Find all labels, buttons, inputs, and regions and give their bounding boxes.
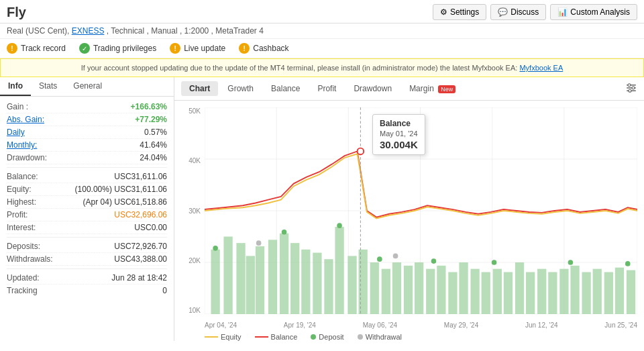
svg-rect-21 xyxy=(246,256,255,314)
withdrawals-value: USC43,388.00 xyxy=(114,254,167,264)
svg-rect-31 xyxy=(359,250,368,314)
svg-point-64 xyxy=(256,240,262,246)
tab-chart[interactable]: Chart xyxy=(181,81,218,96)
svg-rect-24 xyxy=(280,234,288,314)
chart-tooltip: Balance May 01, '24 30.004K xyxy=(372,114,425,155)
interest-row: Interest: USC0.00 xyxy=(7,221,167,234)
chart-icon: 📊 xyxy=(557,7,568,17)
monthly-row: Monthly: 41.64% xyxy=(7,139,167,152)
svg-rect-39 xyxy=(448,272,457,314)
y-label-10k: 10K xyxy=(189,307,201,314)
x-label-3: May 06, '24 xyxy=(363,321,397,329)
subtitle: Real (USC Cent), EXNESS , Technical , Ma… xyxy=(0,23,644,39)
custom-analysis-button[interactable]: 📊 Custom Analysis xyxy=(550,4,637,20)
svg-rect-26 xyxy=(301,250,310,314)
divider-1 xyxy=(7,167,167,168)
tracking-value: 0 xyxy=(162,286,167,295)
x-label-1: Apr 04, '24 xyxy=(205,321,237,329)
svg-rect-48 xyxy=(548,272,557,314)
svg-point-5 xyxy=(629,89,631,92)
svg-rect-44 xyxy=(504,272,513,314)
tab-profit[interactable]: Profit xyxy=(309,81,344,96)
balance-label: Balance: xyxy=(7,172,38,181)
y-axis: 50K 40K 30K 20K 10K xyxy=(174,107,204,314)
svg-rect-41 xyxy=(470,269,479,314)
myfxbook-link[interactable]: Myfxbook EA xyxy=(519,64,563,72)
svg-rect-40 xyxy=(459,262,468,314)
x-label-4: May 29, '24 xyxy=(444,321,478,329)
svg-rect-18 xyxy=(211,250,219,314)
abs-gain-label[interactable]: Abs. Gain: xyxy=(7,115,44,124)
highest-value: (Apr 04) USC61,518.86 xyxy=(83,197,167,207)
x-label-5: Jun 12, '24 xyxy=(525,321,558,329)
x-label-2: Apr 19, '24 xyxy=(284,321,316,329)
notice-text: If your account stopped updating due to … xyxy=(81,64,518,72)
daily-label[interactable]: Daily xyxy=(7,128,25,137)
legend-equity: Equity xyxy=(205,333,241,341)
deposit-legend-label: Deposit xyxy=(319,333,343,341)
svg-rect-42 xyxy=(482,272,490,314)
gear-icon: ⚙ xyxy=(440,7,447,17)
info-tabs: Info Stats General xyxy=(0,77,174,97)
deposits-value: USC72,926.70 xyxy=(114,242,167,251)
interest-label: Interest: xyxy=(7,223,36,232)
svg-point-56 xyxy=(213,246,218,251)
cashback-status: ! Cashback xyxy=(239,43,288,54)
tooltip-value: 30.004K xyxy=(380,139,418,150)
updated-value: Jun 28 at 18:42 xyxy=(111,273,167,283)
svg-rect-35 xyxy=(404,266,413,314)
exness-link[interactable]: EXNESS xyxy=(72,26,105,36)
tab-balance[interactable]: Balance xyxy=(263,81,308,96)
legend-deposit: Deposit xyxy=(311,333,343,341)
warn-icon: ! xyxy=(7,43,17,54)
balance-row: Balance: USC31,611.06 xyxy=(7,170,167,183)
chart-legend: Equity Balance Deposit Withdrawal xyxy=(205,333,637,341)
profit-value: USC32,696.06 xyxy=(114,210,167,219)
live-update-label: Live update xyxy=(184,44,225,53)
equity-label: Equity: xyxy=(7,185,32,194)
tab-general[interactable]: General xyxy=(65,77,110,96)
svg-rect-23 xyxy=(268,240,277,314)
deposit-dot-icon xyxy=(311,334,316,340)
profit-row: Profit: USC32,696.06 xyxy=(7,209,167,221)
highest-label: Highest: xyxy=(7,197,36,207)
legend-withdrawal: Withdrawal xyxy=(358,333,402,341)
chart-settings-button[interactable] xyxy=(625,82,637,96)
tab-stats[interactable]: Stats xyxy=(31,77,65,96)
tab-growth[interactable]: Growth xyxy=(219,81,262,96)
discuss-button[interactable]: 💬 Discuss xyxy=(490,4,546,20)
check-icon: ✓ xyxy=(79,43,90,54)
tracking-label: Tracking xyxy=(7,286,38,295)
svg-point-61 xyxy=(492,260,497,265)
left-panel: Info Stats General Gain : +166.63% Abs. … xyxy=(0,77,174,341)
svg-rect-55 xyxy=(627,270,635,314)
tab-info[interactable]: Info xyxy=(0,77,31,96)
warn-icon-3: ! xyxy=(239,43,250,54)
svg-point-3 xyxy=(628,83,631,86)
settings-button[interactable]: ⚙ Settings xyxy=(433,4,486,20)
deposits-label: Deposits: xyxy=(7,242,40,251)
svg-rect-51 xyxy=(582,272,590,314)
svg-rect-49 xyxy=(559,269,568,314)
divider-3 xyxy=(7,268,167,269)
main-content: Info Stats General Gain : +166.63% Abs. … xyxy=(0,77,644,341)
svg-point-4 xyxy=(632,87,635,89)
tab-margin[interactable]: Margin New xyxy=(401,81,464,96)
notice-bar: If your account stopped updating due to … xyxy=(0,58,644,77)
equity-legend-label: Equity xyxy=(221,333,241,341)
svg-rect-46 xyxy=(526,272,535,314)
svg-rect-28 xyxy=(324,259,333,314)
x-label-6: Jun 25, '24 xyxy=(604,321,637,329)
daily-row: Daily 0.57% xyxy=(7,126,167,139)
monthly-label[interactable]: Monthly: xyxy=(7,140,37,150)
abs-gain-row: Abs. Gain: +77.29% xyxy=(7,113,167,126)
svg-rect-45 xyxy=(515,262,524,314)
trading-privileges-status: ✓ Trading privileges xyxy=(79,43,156,54)
y-label-40k: 40K xyxy=(189,157,201,164)
legend-balance: Balance xyxy=(255,333,298,341)
svg-rect-30 xyxy=(347,256,356,314)
tab-drawdown[interactable]: Drawdown xyxy=(345,81,400,96)
gain-label: Gain : xyxy=(7,102,28,111)
balance-legend-label: Balance xyxy=(271,333,298,341)
right-panel: Chart Growth Balance Profit Drawdown Mar… xyxy=(174,77,644,341)
